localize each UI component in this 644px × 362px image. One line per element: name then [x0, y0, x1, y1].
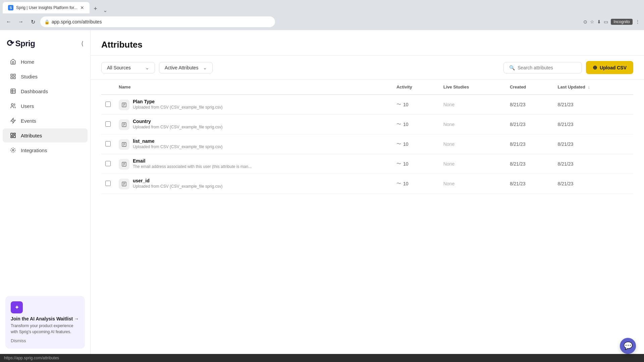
- toolbar: All Sources ⌄ Active Attributes ⌄ 🔍 ⊕ Up…: [91, 56, 644, 80]
- bookmark-icon[interactable]: ☆: [590, 19, 594, 24]
- search-box[interactable]: 🔍: [503, 62, 582, 73]
- attr-source: Uploaded from CSV (CSV_example_file spri…: [133, 144, 222, 149]
- attr-name[interactable]: Plan Type: [133, 99, 222, 104]
- svg-rect-13: [11, 136, 12, 138]
- search-input[interactable]: [518, 65, 576, 70]
- filter-dropdown-label: Active Attributes: [165, 65, 198, 70]
- attr-name[interactable]: Email: [133, 158, 252, 164]
- sidebar-item-users-label: Users: [21, 103, 34, 109]
- table-row: Plan Type Uploaded from CSV (CSV_example…: [101, 95, 633, 115]
- row-activity-cell: 〜 10: [392, 174, 439, 194]
- row-checkbox-4[interactable]: [105, 181, 111, 186]
- attr-source: Uploaded from CSV (CSV_example_file spri…: [133, 184, 222, 189]
- row-checkbox-cell: [101, 95, 115, 115]
- row-created-cell: 8/21/23: [506, 134, 554, 154]
- home-icon: [9, 58, 17, 65]
- device-icon[interactable]: ▭: [604, 19, 608, 24]
- upload-icon: ⊕: [593, 64, 597, 71]
- address-bar[interactable]: 🔒 app.sprig.com/attributes: [40, 16, 275, 27]
- table-header-row: Name Activity Live Studies Created Last …: [101, 80, 633, 95]
- svg-rect-2: [11, 77, 12, 79]
- menu-icon[interactable]: ⋮: [635, 19, 640, 24]
- tab-list-dropdown[interactable]: ⌄: [100, 7, 110, 13]
- activity-value: 10: [403, 181, 409, 186]
- svg-marker-9: [11, 118, 15, 123]
- table-header-created: Created: [506, 80, 554, 95]
- dismiss-button[interactable]: Dismiss: [11, 338, 79, 343]
- events-icon: [9, 117, 17, 124]
- row-checkbox-3[interactable]: [105, 161, 111, 166]
- dashboards-icon: [9, 87, 17, 95]
- created-date: 8/21/23: [510, 102, 526, 107]
- sidebar-item-users[interactable]: Users: [3, 99, 88, 113]
- created-date: 8/21/23: [510, 161, 526, 167]
- tab-favicon: S: [8, 5, 13, 10]
- forward-button[interactable]: →: [16, 17, 25, 26]
- svg-rect-10: [11, 133, 12, 135]
- filter-dropdown[interactable]: Active Attributes ⌄: [159, 62, 213, 73]
- activity-chart-icon: 〜: [396, 121, 401, 127]
- attr-info: list_name Uploaded from CSV (CSV_example…: [133, 138, 222, 149]
- source-dropdown[interactable]: All Sources ⌄: [101, 62, 155, 73]
- attr-name[interactable]: user_id: [133, 178, 222, 183]
- attr-icon: [119, 100, 129, 110]
- activity-value: 10: [403, 161, 409, 167]
- live-studies-value: None: [443, 181, 454, 186]
- back-button[interactable]: ←: [4, 17, 13, 26]
- row-activity-cell: 〜 10: [392, 95, 439, 115]
- status-bar: https://app.sprig.com/attributes: [0, 354, 644, 362]
- row-checkbox-2[interactable]: [105, 141, 111, 146]
- live-studies-value: None: [443, 102, 454, 107]
- attr-name[interactable]: list_name: [133, 138, 222, 144]
- table-row: Country Uploaded from CSV (CSV_example_f…: [101, 115, 633, 134]
- attr-source: Uploaded from CSV (CSV_example_file spri…: [133, 125, 222, 129]
- row-created-cell: 8/21/23: [506, 154, 554, 174]
- row-checkbox-1[interactable]: [105, 121, 111, 127]
- upload-csv-label: Upload CSV: [600, 65, 627, 70]
- upload-csv-button[interactable]: ⊕ Upload CSV: [586, 61, 633, 74]
- row-name-cell: user_id Uploaded from CSV (CSV_example_f…: [115, 174, 392, 194]
- sidebar-bottom: ✦ Join the AI Analysis Waitlist → Transf…: [0, 291, 90, 354]
- sidebar-item-home[interactable]: Home: [3, 55, 88, 69]
- attr-source: The email address associated with this u…: [133, 164, 252, 169]
- sidebar-item-events[interactable]: Events: [3, 114, 88, 128]
- browser-tab-active[interactable]: S Sprig | User Insights Platform for... …: [3, 2, 90, 13]
- source-dropdown-label: All Sources: [107, 65, 131, 70]
- logo-icon: ⟳: [7, 38, 14, 49]
- sidebar-item-dashboards-label: Dashboards: [21, 88, 48, 94]
- download-icon[interactable]: ⬇: [597, 19, 601, 24]
- row-name-cell: Plan Type Uploaded from CSV (CSV_example…: [115, 95, 392, 115]
- sidebar: ⟳ Sprig ⟨ Home Studies: [0, 30, 91, 354]
- tab-close-button[interactable]: ✕: [80, 5, 84, 10]
- reload-button[interactable]: ↻: [28, 17, 38, 26]
- sidebar-item-integrations[interactable]: Integrations: [3, 143, 88, 157]
- row-checkbox-0[interactable]: [105, 102, 111, 107]
- row-activity-cell: 〜 10: [392, 115, 439, 134]
- attr-icon: [119, 179, 129, 189]
- activity-chart-icon: 〜: [396, 102, 401, 108]
- activity-value: 10: [403, 102, 409, 107]
- last-updated-date: 8/21/23: [558, 141, 574, 147]
- page-header: Attributes: [91, 30, 644, 56]
- ai-card-title[interactable]: Join the AI Analysis Waitlist →: [11, 316, 79, 321]
- chat-support-button[interactable]: 💬: [620, 338, 636, 354]
- new-tab-button[interactable]: +: [91, 4, 100, 13]
- live-studies-value: None: [443, 141, 454, 147]
- sidebar-item-integrations-label: Integrations: [21, 147, 47, 153]
- table-header-last-updated[interactable]: Last Updated ↓: [554, 80, 633, 95]
- table-header-name: Name: [115, 80, 392, 95]
- sidebar-item-attributes[interactable]: Attributes: [3, 128, 88, 142]
- sidebar-item-events-label: Events: [21, 118, 36, 124]
- main-content: Attributes All Sources ⌄ Active Attribut…: [91, 30, 644, 354]
- sidebar-item-dashboards[interactable]: Dashboards: [3, 84, 88, 98]
- studies-icon: [9, 73, 17, 80]
- svg-rect-12: [14, 135, 15, 138]
- sidebar-item-studies[interactable]: Studies: [3, 69, 88, 83]
- lens-icon[interactable]: ⊙: [583, 19, 587, 24]
- svg-rect-4: [11, 89, 15, 94]
- attributes-icon: [9, 132, 17, 139]
- row-created-cell: 8/21/23: [506, 115, 554, 134]
- attr-name[interactable]: Country: [133, 119, 222, 124]
- sidebar-collapse-button[interactable]: ⟨: [81, 40, 84, 47]
- ai-card-description: Transform your product experience with S…: [11, 323, 79, 335]
